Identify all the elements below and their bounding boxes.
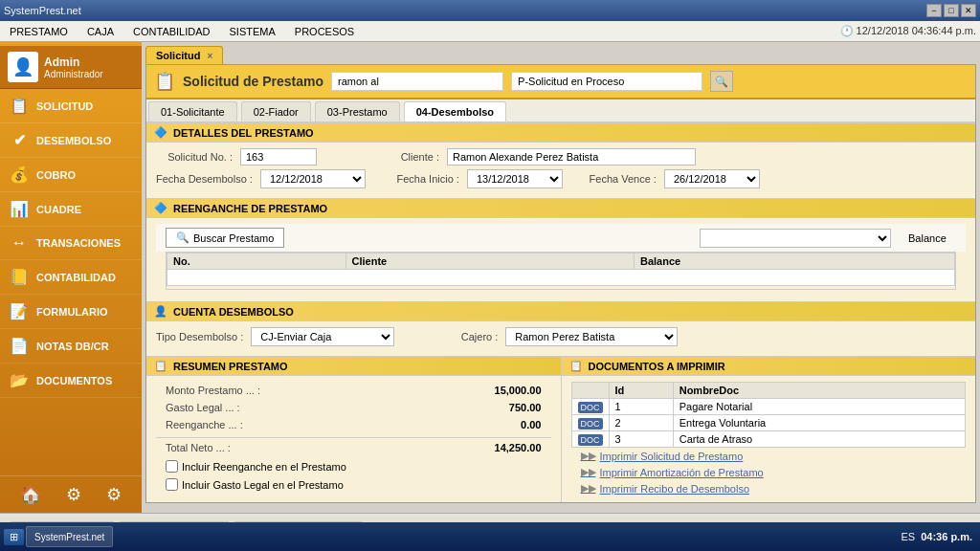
sidebar-item-formulario[interactable]: 📝 FORMULARIO — [0, 295, 142, 329]
doc-col-nombre: NombreDoc — [673, 383, 965, 399]
menu-procesos[interactable]: PROCESOS — [289, 24, 360, 39]
task-systemprest[interactable]: SystemPrest.net — [26, 526, 113, 547]
settings-icon-2[interactable]: ⚙ — [106, 484, 122, 505]
sidebar-item-documentos[interactable]: 📂 DOCUMENTOS — [0, 364, 142, 398]
resumen-row-reenganche: Reenganche ... : 0.00 — [156, 416, 551, 433]
solicitud-input[interactable] — [240, 148, 317, 165]
menu-prestamo[interactable]: PRESTAMO — [4, 24, 74, 39]
menubar: PRESTAMO CAJA CONTABILIDAD SISTEMA PROCE… — [0, 21, 980, 42]
gasto-value: 750.00 — [509, 402, 542, 413]
col-cliente: Cliente — [345, 253, 635, 270]
monto-value: 15,000.00 — [495, 385, 542, 396]
sidebar-item-transaciones[interactable]: ↔ TRANSACIONES — [0, 227, 142, 260]
balance-dropdown[interactable] — [700, 229, 891, 248]
maximize-button[interactable]: □ — [944, 4, 959, 17]
tab-solicitante[interactable]: 01-Solicitante — [148, 101, 237, 121]
documentos-col: 📋 DOCUMENTOS A IMPRIMIR Id NombreDoc — [561, 356, 976, 502]
home-icon[interactable]: 🏠 — [20, 484, 41, 505]
cuadre-label: CUADRE — [36, 204, 81, 215]
tab-prestamo[interactable]: 03-Prestamo — [315, 101, 400, 121]
reenganche-section-header: 🔷 REENGANCHE DE PRESTAMO — [146, 198, 975, 218]
detalles-body: Solicitud No. : Cliente : Fecha Desembol… — [146, 143, 975, 198]
check-reenganche-text: Incluir Reenganche en el Prestamo — [182, 461, 346, 473]
solicitud-icon: 📋 — [10, 97, 29, 115]
cobro-label: COBRO — [36, 169, 76, 181]
col-balance: Balance — [635, 253, 955, 270]
tipo-desembolso-select[interactable]: CJ-Enviar Caja — [251, 327, 394, 346]
close-button[interactable]: ✕ — [961, 4, 976, 17]
print-link-amortizacion[interactable]: ▶▶ Imprimir Amortización de Prestamo — [571, 464, 967, 480]
tab-desembolso[interactable]: 04-Desembolso — [404, 101, 506, 121]
doc-id-3: 3 — [609, 431, 673, 448]
check-reenganche[interactable] — [166, 460, 178, 473]
menu-contabilidad[interactable]: CONTABILIDAD — [127, 24, 215, 39]
avatar: 👤 — [8, 52, 38, 82]
check-gasto-label[interactable]: Incluir Gasto Legal en el Prestamo — [166, 478, 542, 491]
start-button[interactable]: ⊞ — [4, 529, 24, 545]
reenganche-val: 0.00 — [521, 419, 541, 430]
fecha-desembolso-select[interactable]: 12/12/2018 — [260, 169, 366, 188]
doc-row-3: DOC 3 Carta de Atraso — [571, 431, 966, 448]
doc-icon-3: DOC — [571, 431, 609, 448]
documentos-section-header: 📋 DOCUMENTOS A IMPRIMIR — [562, 356, 976, 376]
checkbox-reenganche-row: Incluir Reenganche en el Prestamo — [156, 456, 551, 476]
menu-sistema[interactable]: SISTEMA — [224, 24, 281, 39]
search-bar: 📋 Solicitud de Prestamo 🔍 — [146, 65, 975, 99]
col-no: No. — [167, 253, 346, 270]
settings-icon-1[interactable]: ⚙ — [66, 484, 81, 505]
cliente-input[interactable] — [447, 148, 696, 165]
sidebar-item-desembolso[interactable]: ✔ DESEMBOLSO — [0, 123, 142, 158]
fecha-vence-select[interactable]: 26/12/2018 — [664, 169, 760, 188]
resumen-icon: 📋 — [154, 360, 167, 372]
fecha-vence-label: Fecha Vence : — [580, 173, 657, 185]
check-gasto[interactable] — [166, 478, 178, 491]
minimize-button[interactable]: − — [926, 4, 942, 17]
sidebar-item-notas[interactable]: 📄 NOTAS DB/CR — [0, 329, 142, 364]
solicitud-label: SOLICITUD — [36, 100, 93, 112]
check-reenganche-label[interactable]: Incluir Reenganche en el Prestamo — [166, 460, 542, 473]
tab-strip: Solicitud × — [145, 46, 976, 64]
doc-row-2: DOC 2 Entrega Voluntaria — [571, 415, 966, 431]
tab-solicitud[interactable]: Solicitud × — [145, 46, 223, 64]
sidebar-item-contabilidad[interactable]: 📒 CONTABILIDAD — [0, 260, 142, 295]
search-button[interactable]: 🔍 — [710, 71, 733, 92]
form-icon: 📋 — [154, 71, 175, 92]
fechas-row: Fecha Desembolso : 12/12/2018 Fecha Inic… — [156, 169, 966, 188]
print-link-recibo[interactable]: ▶▶ Imprimir Recibo de Desembolso — [571, 480, 967, 496]
status-input[interactable] — [511, 72, 702, 91]
tray-time: 04:36 p.m. — [921, 531, 972, 542]
contabilidad-label: CONTABILIDAD — [36, 272, 116, 283]
taskbar: ⊞ SystemPrest.net ES 04:36 p.m. — [0, 522, 980, 551]
cuenta-icon: 👤 — [154, 305, 167, 318]
cajero-label: Cajero : — [421, 331, 498, 342]
tab-fiador[interactable]: 02-Fiador — [241, 101, 311, 121]
reenganche-title: REENGANCHE DE PRESTAMO — [173, 203, 327, 214]
cuadre-icon: 📊 — [10, 200, 29, 218]
sidebar-item-cobro[interactable]: 💰 COBRO — [0, 158, 142, 192]
two-col-section: 📋 RESUMEN PRESTAMO Monto Prestamo ... : … — [146, 356, 975, 502]
search-input[interactable] — [331, 72, 503, 91]
tab-close-icon[interactable]: × — [208, 51, 213, 61]
doc-col-check — [571, 383, 609, 399]
cajero-select[interactable]: Ramon Perez Batista — [505, 327, 678, 346]
solicitud-label: Solicitud No. : — [156, 151, 233, 163]
cliente-label: Cliente : — [363, 151, 439, 163]
sidebar-item-solicitud[interactable]: 📋 SOLICITUD — [0, 89, 142, 123]
cuenta-section-header: 👤 CUENTA DESEMBOLSO — [146, 301, 975, 321]
documentos-icon: 📂 — [10, 371, 29, 389]
print-link-solicitud[interactable]: ▶▶ Imprimir Solicitud de Prestamo — [571, 448, 967, 464]
print-amortizacion-text: Imprimir Amortización de Prestamo — [600, 467, 764, 478]
checkbox-gasto-row: Incluir Gasto Legal en el Prestamo — [156, 476, 551, 496]
doc-row-1: DOC 1 Pagare Notarial — [571, 399, 966, 415]
tab-solicitud-label: Solicitud — [156, 50, 200, 61]
menu-caja[interactable]: CAJA — [81, 24, 120, 39]
sidebar-item-cuadre[interactable]: 📊 CUADRE — [0, 192, 142, 227]
print-solicitud-text: Imprimir Solicitud de Prestamo — [600, 451, 744, 462]
fecha-inicio-select[interactable]: 13/12/2018 — [467, 169, 563, 188]
resumen-col: 📋 RESUMEN PRESTAMO Monto Prestamo ... : … — [146, 356, 561, 502]
fecha-inicio-label: Fecha Inicio : — [383, 173, 459, 185]
doc-id-1: 1 — [609, 399, 673, 415]
buscar-prestamo-button[interactable]: 🔍 Buscar Prestamo — [166, 228, 284, 248]
doc-icon-1: DOC — [571, 399, 609, 415]
notas-label: NOTAS DB/CR — [36, 341, 109, 352]
